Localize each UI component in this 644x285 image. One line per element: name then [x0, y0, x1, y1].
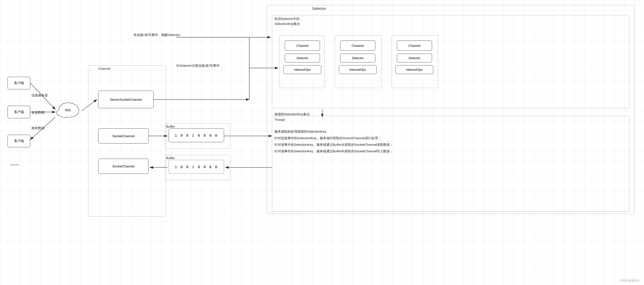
selector-outer-label: Selector: [312, 6, 326, 11]
sel-selector3: Selector: [397, 54, 432, 62]
buffer-data2-box: 1 0 0 1 0 0 0 0: [169, 160, 224, 174]
socket-channel1-label: SocketChannel: [112, 134, 134, 138]
buffer2-label: Buffer: [166, 156, 175, 160]
selection-key-group1: Channel Selector interestOps: [279, 35, 325, 88]
sel-channel3: Channel: [397, 41, 432, 51]
register-event-label: 向Selector注册连接/读/写事件: [176, 63, 220, 68]
server-socket-channel-box: ServerSocketChannel: [98, 91, 154, 108]
sel-selector1: Selector: [285, 54, 320, 62]
buffer-data1-content: 1 0 0 1 0 0 0 0: [175, 133, 218, 137]
buffer-data1-box: 1 0 0 1 0 0 0 0: [169, 128, 224, 142]
sel-channel1: Channel: [285, 41, 320, 51]
sel-interestops2: interestOps: [339, 65, 377, 74]
watermark: CSDN @胡玉冰: [620, 279, 639, 282]
connect-server-label: 连接服务器: [31, 93, 48, 98]
polling-label: 轮训Selector中的 SelectionKey集合: [274, 16, 300, 26]
socket-channel1-box: SocketChannel: [98, 128, 149, 144]
thread-description: 服务端线程处理就绪的SelectionKey 针对连接事件的SelectionK…: [274, 128, 393, 155]
socket-channel2-label: SocketChannel: [112, 164, 134, 168]
channel-label: Channel: [98, 67, 110, 70]
selection-key-group3: Channel Selector interestOps: [391, 35, 438, 88]
buffer-data2-content: 1 0 0 1 0 0 0 0: [175, 165, 218, 169]
client1-box: 客户端: [8, 77, 30, 89]
diagram-container: 客户端 客户端 客户端 …… 连接服务器 发送数据 接收数据 网络 Channe…: [0, 0, 644, 285]
selector-polling-box: [272, 15, 629, 108]
send-data-label: 发送数据: [31, 110, 45, 115]
client2-box: 客户端: [8, 106, 30, 118]
svg-text:网络: 网络: [65, 109, 71, 112]
network-cloud: 网络: [54, 101, 82, 121]
selection-key-group2: Channel Selector interestOps: [335, 35, 381, 88]
sel-selector2: Selector: [340, 54, 375, 62]
sel-interestops1: interestOps: [283, 65, 321, 74]
client3-label: 客户端: [14, 139, 24, 143]
client1-label: 客户端: [14, 81, 24, 85]
receive-data-label: 接收数据: [31, 126, 45, 130]
server-socket-channel-label: ServerSocketChannel: [110, 98, 142, 101]
socket-channel2-box: SocketChannel: [98, 159, 149, 174]
wakeup-selector-label: 有连接/读/写事件，唤醒Selector: [133, 33, 180, 37]
thread-label: Thread: [274, 118, 285, 122]
sel-channel2: Channel: [340, 41, 375, 51]
client3-box: 客户端: [8, 135, 30, 147]
ellipsis-label: ……: [10, 161, 19, 166]
buffer1-label: Buffer: [166, 125, 175, 128]
client2-label: 客户端: [14, 110, 24, 114]
sel-interestops3: interestOps: [396, 65, 433, 74]
